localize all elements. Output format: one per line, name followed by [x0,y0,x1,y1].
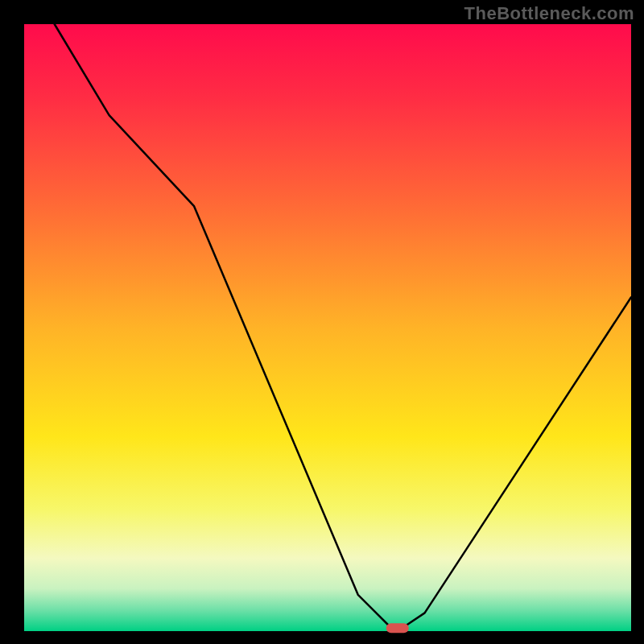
optimal-marker [386,623,409,633]
plot-background [24,24,631,631]
bottleneck-chart [0,0,644,644]
watermark-text: TheBottleneck.com [464,3,634,24]
chart-container: TheBottleneck.com [0,0,644,644]
